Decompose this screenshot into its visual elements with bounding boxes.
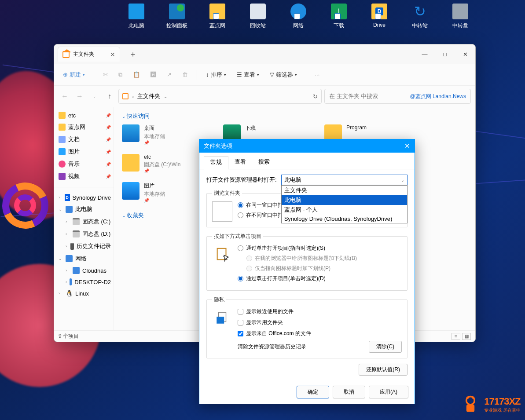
restore-defaults-button[interactable]: 还原默认值(R)	[359, 364, 408, 376]
tab-search[interactable]: 搜索	[252, 156, 276, 169]
tab-general[interactable]: 常规	[204, 156, 228, 169]
option-thispc[interactable]: 此电脑	[282, 195, 407, 205]
open-with-select[interactable]: 此电脑⌄ 主文件夹 此电脑 蓝点网 - 个人 Synology Drive (C…	[281, 175, 408, 185]
privacy-icon	[212, 308, 232, 328]
dialog-title: 文件夹选项 ✕	[199, 139, 415, 153]
dialog-tabs: 常规 查看 搜索	[199, 153, 415, 169]
svg-point-4	[466, 397, 469, 399]
svg-rect-6	[466, 405, 474, 412]
check-frequent-folders[interactable]	[238, 320, 243, 325]
dialog-close-icon[interactable]: ✕	[404, 142, 410, 150]
titlebar: 主文件夹 ✕ ＋ — □ ✕	[54, 44, 475, 64]
more-button[interactable]: ···	[311, 69, 324, 80]
svg-rect-2	[217, 317, 224, 324]
navbar: ← → ⌄ ↑ › 主文件夹 ⌄ ↻ 在 主文件夹 中搜索 @蓝点网 Landi…	[54, 86, 475, 107]
copy-icon: ⧉	[114, 69, 127, 81]
page-watermark: 17173XZ 专业游戏 尽在掌中	[460, 394, 521, 415]
option-home[interactable]: 主文件夹	[282, 186, 407, 195]
window-maximize[interactable]: □	[435, 44, 455, 64]
nav-etc[interactable]: etc📌	[54, 110, 114, 121]
privacy-fieldset: 隐私 显示最近使用的文件 显示常用文件夹 显示来自 Office.com 的文件…	[206, 296, 408, 358]
tab-view[interactable]: 查看	[228, 156, 252, 169]
nav-history[interactable]: ›历史文件记录	[54, 240, 114, 252]
svg-point-5	[472, 397, 475, 399]
new-tab-button[interactable]: ＋	[125, 49, 140, 59]
nav-pane: etc📌 蓝点网📌 文档📌 图片📌 音乐📌 视频📌 ›DSynology Dri…	[54, 107, 114, 330]
tab-home[interactable]: 主文件夹 ✕	[58, 47, 120, 62]
toolbar: ⊕ 新建 ▾ ✄ ⧉ 📋 🅰 ↗ 🗑 ↕ 排序 ▾ ☰ 查看 ▾ ▽ 筛选器 ▾…	[54, 64, 475, 86]
desktop-icon-transfer[interactable]: ↻中转站	[407, 4, 433, 29]
cancel-button[interactable]: 取消	[333, 386, 365, 398]
desktop-icon-drive[interactable]: DDrive	[366, 4, 393, 29]
filter-button[interactable]: ▽ 筛选器 ▾	[265, 68, 301, 81]
search-input[interactable]: 在 主文件夹 中搜索 @蓝点网 Landian.News	[324, 89, 471, 104]
share-icon: ↗	[162, 69, 176, 80]
nav-synology[interactable]: ›DSynology Drive	[54, 192, 114, 203]
folder-options-dialog: 文件夹选项 ✕ 常规 查看 搜索 打开文件资源管理器时打开: 此电脑⌄ 主文件夹…	[199, 139, 415, 404]
radio-diff-window[interactable]	[238, 212, 243, 218]
nav-documents[interactable]: 文档📌	[54, 133, 114, 146]
desktop-icons: 此电脑 控制面板 蓝点网 回收站 网络 ↓下载 DDrive ↻中转站 中转盘	[123, 4, 474, 29]
click-fieldset: 按如下方式单击项目 通过单击打开项目(指向时选定)(S) 在我的浏览器中给所有图…	[206, 233, 408, 291]
view-button[interactable]: ☰ 查看 ▾	[232, 68, 264, 81]
ok-button[interactable]: 确定	[297, 386, 329, 398]
delete-icon: 🗑	[178, 69, 192, 80]
nav-cloudnas[interactable]: ›Cloudnas	[54, 265, 114, 276]
sort-button[interactable]: ↕ 排序 ▾	[202, 68, 231, 81]
new-button[interactable]: ⊕ 新建 ▾	[59, 68, 89, 81]
clear-button[interactable]: 清除(C)	[369, 341, 402, 353]
open-with-dropdown: 主文件夹 此电脑 蓝点网 - 个人 Synology Drive (Cloudn…	[281, 185, 408, 223]
rename-icon: 🅰	[146, 69, 161, 80]
address-bar[interactable]: › 主文件夹 ⌄ ↻	[118, 89, 322, 104]
check-recent-files[interactable]	[238, 309, 243, 314]
home-icon	[122, 93, 128, 99]
item-pictures[interactable]: 图片本地存储📌	[122, 182, 210, 203]
view-grid-icon[interactable]: ▦	[462, 333, 471, 340]
desktop-icon-download[interactable]: ↓下载	[326, 4, 352, 29]
window-minimize[interactable]: —	[415, 44, 435, 64]
tab-title: 主文件夹	[73, 51, 94, 58]
radio-underline-point	[246, 266, 252, 271]
nav-music[interactable]: 音乐📌	[54, 158, 114, 170]
up-button[interactable]: ↑	[103, 90, 116, 102]
window-close[interactable]: ✕	[455, 44, 475, 64]
nav-thispc[interactable]: ⌄此电脑	[54, 203, 114, 215]
nav-pictures[interactable]: 图片📌	[54, 146, 114, 158]
check-office-files[interactable]	[238, 331, 243, 336]
browse-icon	[212, 201, 232, 222]
view-details-icon[interactable]: ≡	[452, 333, 460, 340]
nav-desktop-d2[interactable]: ›DESKTOP-D2	[54, 276, 114, 288]
desktop-icon-landian[interactable]: 蓝点网	[204, 4, 231, 29]
breadcrumb-home[interactable]: 主文件夹	[137, 92, 160, 100]
click-icon	[212, 245, 232, 265]
option-landian[interactable]: 蓝点网 - 个人	[282, 205, 407, 215]
radio-same-window[interactable]	[238, 202, 243, 208]
home-icon	[62, 51, 70, 58]
desktop-icon-transferdisk[interactable]: 中转盘	[447, 4, 474, 29]
nav-linux[interactable]: ›🐧Linux	[54, 288, 114, 299]
tab-close-icon[interactable]: ✕	[110, 51, 115, 58]
radio-underline-all	[246, 256, 252, 261]
option-synology[interactable]: Synology Drive (Cloudnas, SynologyDrive)	[282, 215, 407, 223]
radio-single-click[interactable]	[238, 245, 243, 251]
open-with-label: 打开文件资源管理器时打开:	[206, 176, 277, 184]
back-button[interactable]: ←	[59, 90, 71, 102]
group-quick[interactable]: 快速访问	[122, 112, 467, 120]
refresh-icon[interactable]: ↻	[313, 93, 318, 100]
cut-icon: ✄	[99, 69, 112, 80]
nav-network[interactable]: ⌄网络	[54, 252, 114, 265]
nav-drive-c[interactable]: ›固态盘 (C:)	[54, 215, 114, 228]
desktop-icon-recycle[interactable]: 回收站	[245, 4, 271, 29]
nav-videos[interactable]: 视频📌	[54, 170, 114, 183]
nav-landian[interactable]: 蓝点网📌	[54, 121, 114, 133]
apply-button[interactable]: 应用(A)	[369, 386, 408, 398]
recent-button[interactable]: ⌄	[88, 90, 101, 102]
nav-drive-d[interactable]: ›固态盘 (D:)	[54, 228, 114, 240]
desktop-icon-network[interactable]: 网络	[285, 4, 312, 29]
desktop-icon-thispc[interactable]: 此电脑	[123, 4, 150, 29]
item-desktop[interactable]: 桌面本地存储📌	[122, 124, 210, 145]
desktop-icon-controlpanel[interactable]: 控制面板	[164, 4, 190, 29]
item-etc[interactable]: etc固态盘 (C:)\Win📌	[122, 154, 210, 173]
radio-double-click[interactable]	[238, 276, 243, 281]
forward-button: →	[73, 90, 86, 102]
